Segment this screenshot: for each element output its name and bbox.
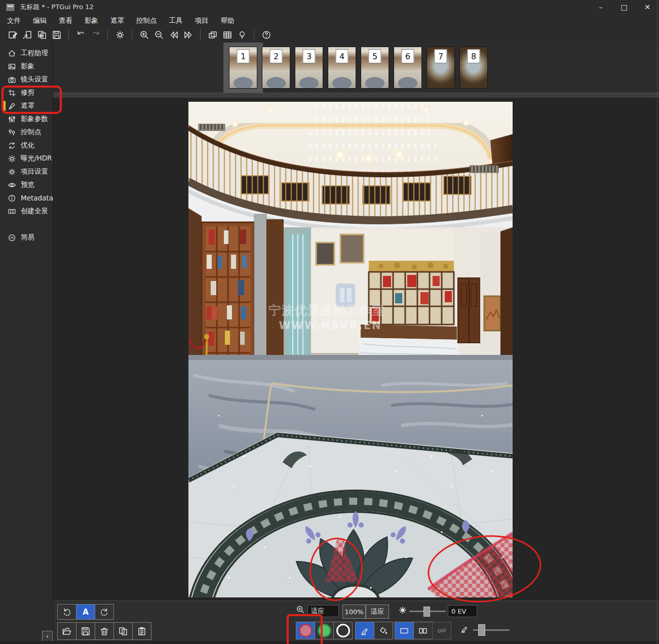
auto-mask-button[interactable]: A	[76, 604, 95, 620]
eye-icon	[8, 181, 16, 189]
sidebar-item-control-points[interactable]: 控制点	[0, 126, 53, 139]
image-icon	[8, 62, 16, 71]
edit-project-icon[interactable]	[6, 28, 19, 42]
sidebar-item-project-settings[interactable]: 项目设置	[0, 165, 53, 178]
brush-size-pencil-icon	[460, 624, 469, 635]
thumbnail-7[interactable]: 7	[427, 47, 455, 89]
brush-size-slider-handle[interactable]	[478, 624, 485, 636]
lobby-photo[interactable]: 宁波优景摄影工作室 WWW.NBVR.EN	[188, 102, 513, 597]
sidebar-item-project-assistant[interactable]: 工程助理	[0, 47, 53, 60]
pen-icon	[360, 626, 370, 636]
mask-pen-tool-button[interactable]	[355, 622, 374, 639]
maximize-button[interactable]: □	[612, 0, 636, 14]
thumbnail-2[interactable]: 2	[262, 47, 290, 89]
sidebar-item-metadata[interactable]: Metadata	[0, 191, 53, 205]
mask-erase-button[interactable]	[333, 622, 353, 639]
sidebar-item-simple-mode[interactable]: 简易	[0, 231, 53, 244]
app-icon	[6, 4, 15, 11]
sidebar-item-exposure-hdr[interactable]: 曝光/HDR	[0, 152, 53, 165]
sidebar-item-optimize[interactable]: 优化	[0, 139, 53, 152]
sidebar-item-preview[interactable]: 预览	[0, 178, 53, 191]
sidebar-item-images[interactable]: 影象	[0, 60, 53, 73]
minimize-button[interactable]: –	[589, 0, 612, 14]
window-right-border	[657, 0, 657, 644]
menu-control-points[interactable]: 控制点	[130, 14, 163, 27]
map-pins-icon	[8, 128, 16, 137]
copy-mask-button[interactable]	[113, 622, 133, 640]
bottom-control-bar: A 100% 适应	[53, 600, 659, 641]
annotation-box-red-mask-button	[287, 614, 323, 644]
menu-bar: 文件 编辑 查看 影象 遮罩 控制点 工具 项目 帮助	[0, 14, 659, 27]
mask-editor-canvas[interactable]: 宁波优景摄影工作室 WWW.NBVR.EN	[53, 98, 659, 600]
thumbnail-6[interactable]: 6	[394, 47, 422, 89]
dual-pane-icon	[418, 626, 428, 636]
help-icon[interactable]	[259, 28, 273, 42]
thumbnail-number: 3	[303, 49, 316, 63]
open-project-icon[interactable]	[20, 28, 34, 42]
paste-mask-button[interactable]	[132, 622, 151, 640]
sun-icon	[8, 154, 16, 163]
zoom-fit-button[interactable]: 适应	[366, 605, 389, 619]
delete-mask-button[interactable]	[95, 622, 114, 640]
dual-view-button[interactable]	[413, 622, 433, 639]
collapse-sidebar-button[interactable]: ‹	[42, 631, 53, 641]
zoom-out-icon[interactable]	[152, 28, 166, 42]
menu-view[interactable]: 查看	[53, 14, 79, 27]
chain-link-icon	[437, 626, 447, 636]
single-view-button[interactable]	[395, 622, 414, 639]
brightness-sun-icon	[398, 606, 407, 616]
sliders-icon	[8, 115, 16, 124]
thumbnail-number: 1	[237, 49, 250, 63]
menu-file[interactable]: 文件	[0, 14, 27, 27]
panorama-icon	[8, 207, 16, 216]
window-title: 无标题 * - PTGui Pro 12	[20, 3, 94, 12]
brightness-slider-handle[interactable]	[423, 607, 430, 617]
duplicate-project-icon[interactable]	[35, 28, 49, 42]
thumbnail-number: 6	[402, 49, 414, 63]
thumbnail-3[interactable]: 3	[295, 47, 323, 89]
mask-fill-tool-button[interactable]	[374, 622, 393, 639]
settings-gear-icon[interactable]	[113, 28, 127, 42]
close-button[interactable]: ✕	[636, 0, 659, 14]
thumbnail-8[interactable]: 8	[459, 47, 488, 89]
ev-input[interactable]	[448, 605, 477, 617]
camera-icon	[8, 75, 16, 84]
thumbnail-number: 4	[336, 49, 348, 63]
chevron-up-circle-icon	[8, 233, 16, 242]
zoom-100-button[interactable]: 100%	[342, 605, 366, 619]
menu-help[interactable]: 帮助	[215, 14, 241, 27]
sidebar-item-image-parameters[interactable]: 影象参数	[0, 112, 53, 126]
save-mask-button[interactable]	[76, 622, 95, 640]
thumbnail-4[interactable]: 4	[328, 47, 356, 89]
sidebar-item-lens-settings[interactable]: 镜头设置	[0, 73, 53, 86]
hint-bulb-icon[interactable]	[235, 28, 249, 42]
menu-tools[interactable]: 工具	[163, 14, 189, 27]
next-image-icon[interactable]	[181, 28, 195, 42]
sidebar-item-create-panorama[interactable]: 创建全景	[0, 205, 53, 218]
single-pane-icon	[399, 626, 409, 636]
undo-icon[interactable]	[74, 28, 88, 42]
menu-project[interactable]: 项目	[189, 14, 215, 27]
menu-edit[interactable]: 编辑	[27, 14, 53, 27]
title-bar: 无标题 * - PTGui Pro 12 – □ ✕	[0, 0, 659, 14]
thumbnail-1[interactable]: 1	[229, 47, 257, 89]
save-project-icon[interactable]	[50, 28, 63, 42]
watermark-studio-name: 宁波优景摄影工作室	[268, 303, 385, 317]
menu-mask[interactable]: 遮罩	[104, 14, 130, 27]
home-icon	[8, 49, 16, 58]
thumbnail-number: 7	[435, 49, 447, 63]
rotate-ccw-button[interactable]	[57, 604, 76, 620]
paint-bucket-icon	[378, 626, 389, 636]
thumbnail-number: 5	[369, 49, 381, 63]
detail-grid-icon[interactable]	[220, 28, 234, 42]
zoom-in-icon[interactable]	[137, 28, 151, 42]
link-views-button	[432, 622, 451, 639]
menu-images[interactable]: 影象	[79, 14, 104, 27]
panorama-editor-icon[interactable]	[206, 28, 219, 42]
thumbnail-5[interactable]: 5	[361, 47, 389, 89]
previous-image-icon[interactable]	[167, 28, 180, 42]
rotate-cw-button[interactable]	[95, 604, 114, 620]
thumbnail-strip: 1 2 3 4 5 6 7 8	[53, 43, 659, 93]
load-mask-button[interactable]	[57, 622, 76, 640]
redo-icon	[89, 28, 102, 42]
